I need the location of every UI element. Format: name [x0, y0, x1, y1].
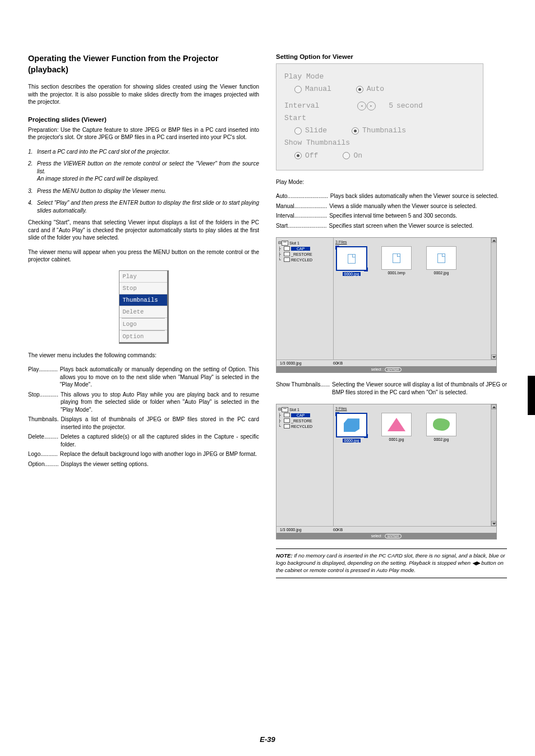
- interval-unit: second: [396, 100, 423, 112]
- left-column: Operating the Viewer Function from the P…: [28, 53, 259, 578]
- radio-manual[interactable]: Manual: [294, 83, 331, 95]
- folder-tree: ⊟Slot 1 ├_CAP_ ├_RESTORE └RECYCLED: [276, 404, 334, 526]
- menu-logo[interactable]: Logo: [119, 319, 167, 330]
- folder-icon: [284, 424, 290, 428]
- footer-bar: select : ENTER: [276, 533, 496, 539]
- panel-playmode-label: Play Mode: [284, 71, 475, 83]
- playmode-heading: Play Mode:: [276, 178, 507, 186]
- menu-option[interactable]: Option: [119, 331, 167, 342]
- folder-icon: [284, 257, 290, 262]
- step-1: 1.Insert a PC card into the PC card slot…: [28, 148, 259, 156]
- option-panel: Play Mode Manual Auto Interval ◂ ▸ 5 sec…: [276, 63, 483, 170]
- radio-on[interactable]: On: [343, 150, 362, 162]
- folder-recycled[interactable]: RECYCLED: [291, 258, 312, 262]
- menu-play[interactable]: Play: [119, 271, 167, 283]
- document-icon: [437, 253, 445, 263]
- image-shape-icon: [344, 418, 359, 432]
- folder-icon: [284, 418, 290, 423]
- commands-intro: The viewer menu includes the following c…: [28, 352, 259, 359]
- thumb-item[interactable]: 0002.jpg: [425, 413, 458, 442]
- preparation-text: Preparation: Use the Capture feature to …: [28, 126, 259, 141]
- interval-decrease[interactable]: ◂: [357, 102, 366, 110]
- thumbnail-grid: 3 Files 0000.jpg 0001.jpg 0002.jpg: [334, 404, 491, 526]
- image-shape-icon: [433, 418, 450, 431]
- interval-value: 5: [376, 100, 396, 112]
- folder-recycled[interactable]: RECYCLED: [291, 425, 312, 428]
- viewer-menu: Play Stop Thumbnails Delete Logo Option: [119, 270, 169, 344]
- menu-delete[interactable]: Delete: [119, 306, 167, 318]
- scroll-down-icon[interactable]: [491, 354, 496, 359]
- right-column: Setting Option for Viewer Play Mode Manu…: [276, 53, 507, 578]
- scroll-down-icon[interactable]: [491, 521, 496, 526]
- folder-icon: [284, 252, 290, 256]
- panel-showthumbs-label: Show Thumbnails: [284, 137, 475, 149]
- menu-thumbnails[interactable]: Thumbnails: [119, 294, 167, 306]
- right-heading: Setting Option for Viewer: [276, 53, 507, 60]
- note-block: NOTE: If no memory card is inserted in t…: [276, 548, 507, 578]
- radio-off[interactable]: Off: [294, 150, 318, 162]
- thumb-item[interactable]: 0001.jpg: [380, 413, 413, 442]
- thumbnail-grid: 3 Files 0000.jpg 0001.bmp 0002.jpg: [334, 238, 491, 359]
- step-2: 2.Press the VIEWER button on the remote …: [28, 160, 259, 183]
- folder-restore[interactable]: _RESTORE: [291, 252, 312, 256]
- panel-start-label: Start: [284, 112, 475, 125]
- scroll-up-icon[interactable]: [491, 404, 496, 409]
- scrollbar[interactable]: [491, 404, 496, 526]
- after-steps-1: Checking "Start", means that selecting V…: [28, 219, 259, 242]
- status-bar: 1/3 0000.jpg 60KB: [276, 359, 496, 366]
- radio-auto[interactable]: Auto: [356, 83, 384, 95]
- radio-thumbnails[interactable]: Thumbnails: [352, 125, 406, 137]
- image-shape-icon: [388, 418, 405, 431]
- enter-key-icon: ENTER: [385, 534, 402, 538]
- page-number: E-39: [0, 735, 535, 744]
- footer-bar: select : ENTER: [276, 366, 496, 372]
- radio-slide[interactable]: Slide: [294, 125, 327, 137]
- interval-increase[interactable]: ▸: [367, 102, 376, 110]
- left-heading: Operating the Viewer Function from the P…: [28, 53, 259, 75]
- thumbnail-browser-on: ⊟Slot 1 ├_CAP_ ├_RESTORE └RECYCLED 3 Fil…: [276, 404, 497, 540]
- enter-key-icon: ENTER: [385, 367, 402, 372]
- document-icon: [393, 253, 400, 263]
- slot-icon: [282, 241, 288, 246]
- folder-cap[interactable]: _CAP_: [291, 247, 310, 251]
- section-tab: [528, 376, 535, 415]
- folder-tree: ⊟Slot 1 ├_CAP_ ├_RESTORE └RECYCLED: [276, 238, 334, 359]
- folder-restore[interactable]: _RESTORE: [291, 419, 312, 423]
- step-3: 3.Press the MENU button to display the V…: [28, 187, 259, 195]
- scrollbar[interactable]: [491, 238, 496, 359]
- after-steps-2: The viewer menu will appear when you pre…: [28, 248, 259, 264]
- slot-icon: [282, 407, 288, 412]
- status-bar: 1/3 0000.jpg 60KB: [276, 526, 496, 533]
- showthumbs-def: Show Thumbnails ...... Selecting the Vie…: [276, 381, 507, 396]
- folder-icon: [284, 413, 290, 417]
- menu-stop[interactable]: Stop: [119, 283, 167, 294]
- step-4: 4.Select "Play" and then press the ENTER…: [28, 199, 259, 214]
- commands-list: Play ............ Plays back automatical…: [28, 366, 259, 468]
- folder-cap[interactable]: _CAP_: [291, 413, 310, 417]
- document-icon: [348, 254, 356, 264]
- playmode-defs: Auto .......................... Plays ba…: [276, 192, 507, 229]
- panel-interval-label: Interval: [284, 100, 340, 112]
- thumbnail-browser-off: ⊟Slot 1 ├_CAP_ ├_RESTORE └RECYCLED 3 Fil…: [276, 237, 497, 373]
- intro-text: This section describes the operation for…: [28, 83, 259, 106]
- thumb-item[interactable]: 0000.jpg: [335, 246, 368, 276]
- thumb-item[interactable]: 0002.jpg: [425, 246, 458, 276]
- thumb-item[interactable]: 0000.jpg: [335, 413, 368, 442]
- folder-icon: [284, 246, 290, 251]
- sub-heading-projecting: Projecting slides (Viewer): [28, 116, 259, 123]
- scroll-up-icon[interactable]: [491, 238, 496, 243]
- thumb-item[interactable]: 0001.bmp: [380, 246, 413, 276]
